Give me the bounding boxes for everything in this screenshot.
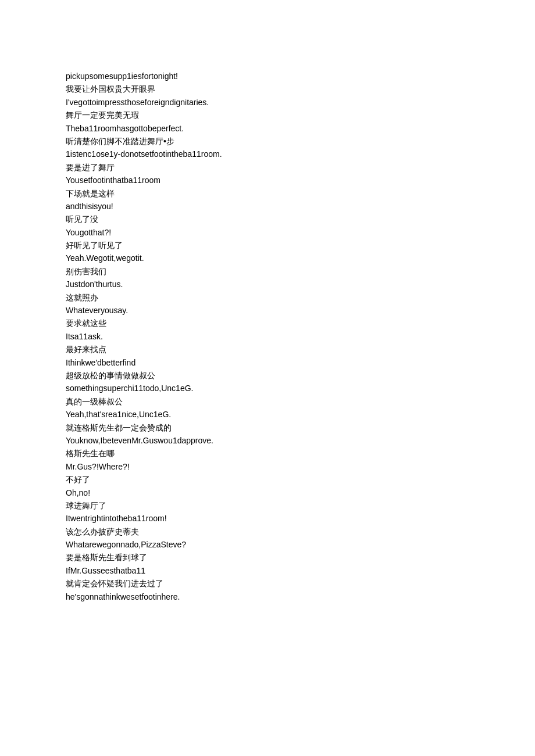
content-block: pickupsomesupp1iesfortonight!我要让外国权贵大开眼界… — [66, 70, 469, 603]
text-line-35: 该怎么办披萨史蒂夫 — [66, 525, 469, 538]
text-line-30: Mr.Gus?!Where?! — [66, 460, 469, 473]
text-line-28: Youknow,IbetevenMr.Guswou1dapprove. — [66, 434, 469, 447]
text-line-39: 就肯定会怀疑我们进去过了 — [66, 577, 469, 590]
text-line-24: somethingsuperchi11todo,Unc1eG. — [66, 382, 469, 395]
text-line-11: 听见了没 — [66, 213, 469, 225]
text-line-9: 下场就是这样 — [66, 187, 469, 200]
text-line-38: IfMr.Gusseesthatba11 — [66, 564, 469, 577]
text-line-2: I'vegottoimpressthoseforeigndignitaries. — [66, 96, 469, 109]
text-line-37: 要是格斯先生看到球了 — [66, 551, 469, 564]
text-line-1: 我要让外国权贵大开眼界 — [66, 83, 469, 95]
text-line-32: Oh,no! — [66, 486, 469, 499]
text-line-21: 最好来找点 — [66, 343, 469, 356]
text-line-25: 真的一级棒叔公 — [66, 395, 469, 408]
text-line-7: 要是进了舞厅 — [66, 161, 469, 174]
text-line-22: Ithinkwe'dbetterfind — [66, 356, 469, 369]
text-line-18: Whateveryousay. — [66, 304, 469, 317]
text-line-16: Justdon'thurtus. — [66, 278, 469, 291]
text-line-31: 不好了 — [66, 473, 469, 486]
text-line-15: 别伤害我们 — [66, 265, 469, 278]
text-line-36: Whatarewegonnado,PizzaSteve? — [66, 538, 469, 551]
text-line-8: Yousetfootinthatba11room — [66, 174, 469, 187]
text-line-19: 要求就这些 — [66, 317, 469, 329]
text-line-17: 这就照办 — [66, 291, 469, 304]
text-line-26: Yeah,that'srea1nice,Unc1eG. — [66, 408, 469, 421]
text-line-5: 听清楚你们脚不准踏进舞厅•步 — [66, 135, 469, 148]
text-line-29: 格斯先生在哪 — [66, 447, 469, 460]
text-line-10: andthisisyou! — [66, 200, 469, 213]
text-line-40: he'sgonnathinkwesetfootinhere. — [66, 590, 469, 603]
text-line-34: Itwentrightintotheba11room! — [66, 512, 469, 525]
text-line-33: 球进舞厅了 — [66, 499, 469, 512]
text-line-12: Yougotthat?! — [66, 226, 469, 239]
text-line-3: 舞厅一定要完美无瑕 — [66, 109, 469, 121]
text-line-23: 超级放松的事情做做叔公 — [66, 369, 469, 382]
text-line-13: 好听见了听见了 — [66, 239, 469, 252]
text-line-0: pickupsomesupp1iesfortonight! — [66, 70, 469, 83]
text-line-4: Theba11roomhasgottobeperfect. — [66, 122, 469, 135]
text-line-14: Yeah.Wegotit,wegotit. — [66, 252, 469, 264]
text-line-6: 1istenc1ose1y-donotsetfootintheba11room. — [66, 148, 469, 160]
text-line-20: Itsa11ask. — [66, 330, 469, 343]
text-line-27: 就连格斯先生都一定会赞成的 — [66, 421, 469, 434]
